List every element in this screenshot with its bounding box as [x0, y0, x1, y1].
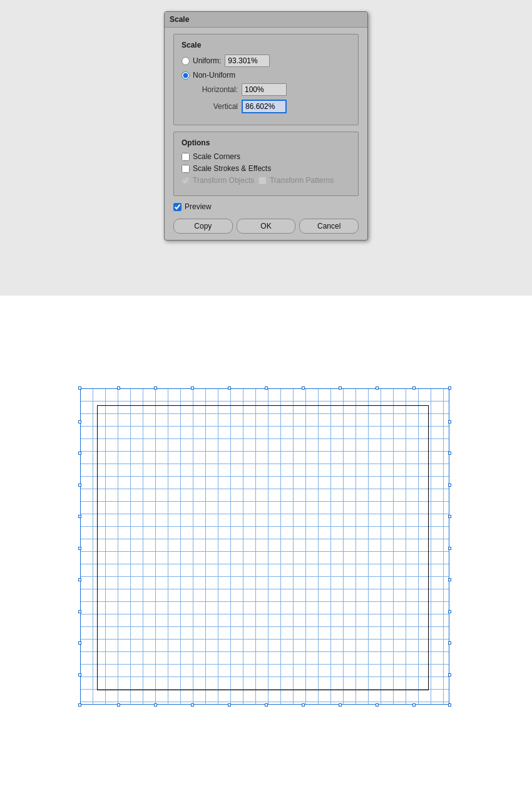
scale-corners-label: Scale Corners [193, 152, 240, 161]
handle-bl [78, 703, 81, 707]
vertical-label: Vertical [193, 102, 238, 111]
handle-r1 [448, 420, 451, 423]
handle-mr [448, 547, 451, 550]
cancel-button[interactable]: Cancel [299, 219, 359, 234]
uniform-row: Uniform: [182, 54, 350, 67]
handle-l8 [78, 673, 81, 676]
handle-t8 [412, 386, 416, 390]
handle-r6 [448, 610, 451, 613]
scale-strokes-checkbox[interactable] [182, 165, 190, 173]
handle-b6 [339, 703, 342, 707]
vertical-input[interactable] [242, 100, 287, 113]
scale-section: Scale Uniform: Non-Uniform Horizontal: V… [173, 34, 359, 125]
handle-t2 [154, 386, 157, 390]
transform-objects-checkbox [182, 177, 190, 185]
handle-l7 [78, 641, 81, 645]
preview-row: Preview [173, 202, 359, 211]
transform-objects-row: Transform Objects Transform Patterns [182, 176, 350, 185]
handle-br [448, 703, 451, 707]
dialog-content: Scale Uniform: Non-Uniform Horizontal: V… [165, 28, 367, 240]
handle-b5 [302, 703, 305, 707]
handle-tc [265, 386, 268, 390]
dialog-title: Scale [170, 15, 189, 24]
handle-l6 [78, 610, 81, 613]
inner-rectangle [97, 405, 429, 690]
handle-l4 [78, 515, 81, 518]
vertical-row: Vertical [182, 100, 350, 113]
preview-checkbox[interactable] [173, 203, 182, 211]
preview-label: Preview [185, 202, 212, 211]
handle-r7 [448, 641, 451, 645]
button-row: Copy OK Cancel [173, 219, 359, 234]
handle-t3 [191, 386, 194, 390]
handle-r5 [448, 578, 451, 581]
nonuniform-row: Non-Uniform [182, 71, 350, 80]
handle-bc [265, 703, 268, 707]
scale-strokes-row: Scale Strokes & Effects [182, 164, 350, 173]
handle-b2 [154, 703, 157, 707]
nonuniform-label: Non-Uniform [193, 71, 235, 80]
handle-l2 [78, 452, 81, 455]
handle-b1 [117, 703, 120, 707]
handle-t7 [376, 386, 379, 390]
handle-b4 [228, 703, 231, 707]
handle-r4 [448, 515, 451, 518]
uniform-input[interactable] [225, 54, 270, 67]
scale-section-label: Scale [182, 41, 350, 49]
handle-b3 [191, 703, 194, 707]
dialog-titlebar: Scale [165, 12, 367, 28]
handle-t6 [339, 386, 342, 390]
handle-tl [78, 386, 81, 390]
uniform-label: Uniform: [193, 56, 221, 65]
handle-r8 [448, 673, 451, 676]
ok-button[interactable]: OK [237, 219, 296, 234]
horizontal-label: Horizontal: [193, 85, 238, 94]
handle-b8 [412, 703, 416, 707]
transform-patterns-checkbox [258, 177, 267, 185]
scale-dialog: Scale Scale Uniform: Non-Uniform Horizon… [164, 11, 368, 241]
handle-t5 [302, 386, 305, 390]
horizontal-input[interactable] [242, 83, 287, 96]
grid-container [80, 388, 449, 705]
handle-tr [448, 386, 451, 390]
options-section-label: Options [182, 138, 350, 147]
scale-corners-checkbox[interactable] [182, 153, 190, 161]
handle-l1 [78, 420, 81, 423]
handle-l3 [78, 484, 81, 487]
handle-t1 [117, 386, 120, 390]
copy-button[interactable]: Copy [173, 219, 233, 234]
transform-patterns-label: Transform Patterns [270, 176, 334, 185]
scale-strokes-label: Scale Strokes & Effects [193, 164, 271, 173]
handle-l5 [78, 578, 81, 581]
handle-r3 [448, 484, 451, 487]
handle-b7 [376, 703, 379, 707]
handle-r2 [448, 452, 451, 455]
options-section: Options Scale Corners Scale Strokes & Ef… [173, 132, 359, 196]
horizontal-row: Horizontal: [182, 83, 350, 96]
transform-objects-label: Transform Objects [193, 176, 254, 185]
uniform-radio[interactable] [182, 57, 190, 65]
nonuniform-radio[interactable] [182, 71, 190, 80]
scale-corners-row: Scale Corners [182, 152, 350, 161]
handle-t4 [228, 386, 231, 390]
handle-ml [78, 547, 81, 550]
